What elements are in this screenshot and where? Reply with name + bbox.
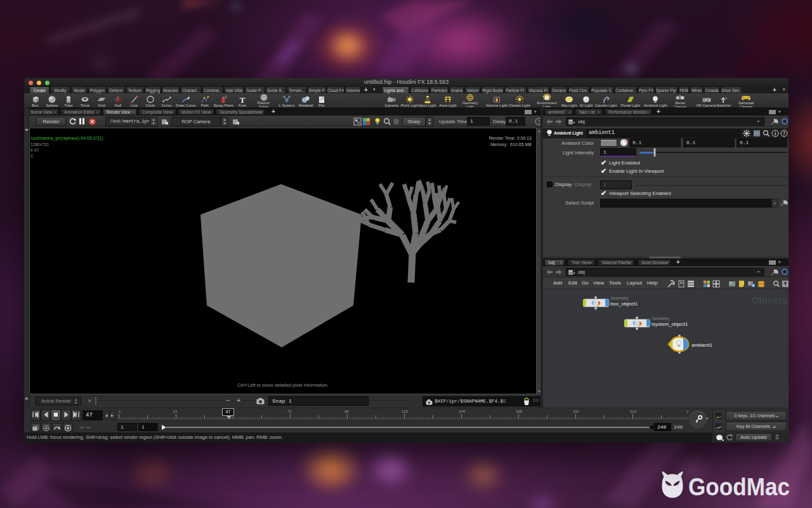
svg-text:T: T xyxy=(240,95,246,104)
svg-text:?: ? xyxy=(783,131,785,137)
svg-text:i: i xyxy=(775,131,776,137)
svg-text:GoodMac: GoodMac xyxy=(688,474,790,500)
